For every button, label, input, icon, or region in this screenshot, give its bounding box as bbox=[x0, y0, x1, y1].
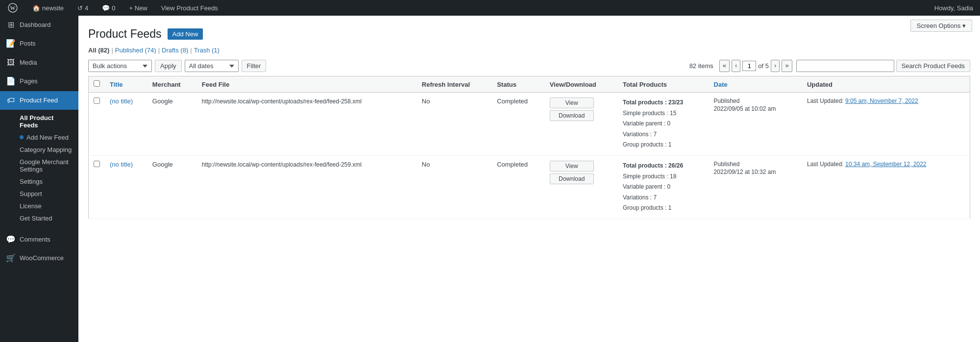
sidebar-item-pages[interactable]: 📄 Pages bbox=[0, 72, 78, 91]
filter-trash-label: Trash bbox=[194, 47, 210, 54]
next-page-button[interactable]: › bbox=[771, 60, 780, 72]
filter-drafts[interactable]: Drafts (8) bbox=[162, 47, 188, 54]
view-button-row2[interactable]: View bbox=[550, 161, 594, 171]
sidebar-item-posts[interactable]: 📝 Posts bbox=[0, 34, 78, 53]
search-button[interactable]: Search Product Feeds bbox=[896, 60, 970, 72]
filter-published[interactable]: Published (74) bbox=[115, 47, 156, 54]
submenu-arrow-icon bbox=[20, 135, 24, 139]
last-page-button[interactable]: » bbox=[782, 60, 792, 72]
apply-button[interactable]: Apply bbox=[155, 60, 182, 72]
date-filter-select[interactable]: All dates bbox=[185, 60, 239, 72]
page-number-input[interactable] bbox=[742, 61, 756, 71]
revisions-item[interactable]: ↺ 4 bbox=[74, 0, 91, 16]
row-merchant: Google bbox=[152, 161, 173, 168]
search-input[interactable] bbox=[796, 60, 894, 72]
submenu-get-started[interactable]: Get Started bbox=[0, 212, 78, 224]
th-view-download-label: View/Download bbox=[550, 81, 596, 88]
submenu-google-merchant[interactable]: Google Merchant Settings bbox=[0, 156, 78, 175]
row-checkbox-cell bbox=[89, 155, 105, 219]
prev-page-button[interactable]: ‹ bbox=[732, 60, 740, 72]
feed-title-link[interactable]: (no title) bbox=[110, 161, 133, 168]
filter-drafts-label: Drafts bbox=[162, 47, 179, 54]
feeds-table: Title Merchant Feed File Refresh Interva… bbox=[88, 76, 970, 219]
submenu-settings[interactable]: Settings bbox=[0, 175, 78, 188]
table-header-row: Title Merchant Feed File Refresh Interva… bbox=[89, 76, 970, 93]
woocommerce-icon: 🛒 bbox=[6, 253, 16, 264]
revisions-count: 4 bbox=[85, 4, 88, 12]
new-item[interactable]: + New bbox=[126, 0, 150, 16]
row-checkbox[interactable] bbox=[94, 161, 100, 167]
wp-logo-item[interactable]: W bbox=[4, 0, 22, 16]
submenu-label: Get Started bbox=[20, 215, 52, 222]
sidebar-item-comments[interactable]: 💬 Comments bbox=[0, 230, 78, 249]
submenu-label: Category Mapping bbox=[20, 146, 72, 153]
updated-value-link[interactable]: 9:05 am, November 7, 2022 bbox=[845, 98, 918, 104]
filter-all[interactable]: All (82) bbox=[88, 47, 109, 54]
submenu-category-mapping[interactable]: Category Mapping bbox=[0, 144, 78, 156]
bulk-actions-select[interactable]: Bulk actions bbox=[88, 60, 152, 72]
date-published: Published bbox=[714, 161, 797, 168]
table-row: (no title) Google http://newsite.local/w… bbox=[89, 93, 970, 156]
row-view-download-cell: View Download bbox=[545, 155, 618, 219]
row-updated-cell: Last Updated: 9:05 am, November 7, 2022 bbox=[802, 93, 970, 156]
updated-value-link[interactable]: 10:34 am, September 12, 2022 bbox=[845, 161, 926, 168]
product-feed-submenu: All Product Feeds Add New Feed Category … bbox=[0, 110, 78, 226]
sidebar-item-woocommerce[interactable]: 🛒 WooCommerce bbox=[0, 249, 78, 268]
submenu-license[interactable]: License bbox=[0, 200, 78, 212]
submenu-label: Add New Feed bbox=[26, 134, 69, 141]
feed-title-link[interactable]: (no title) bbox=[110, 98, 133, 105]
first-page-button[interactable]: « bbox=[719, 60, 730, 72]
site-name-item[interactable]: 🏠 newsite bbox=[29, 0, 67, 16]
total-products-detail: Total products : 23/23 Simple products :… bbox=[623, 98, 704, 150]
th-updated-label: Updated bbox=[807, 81, 833, 88]
filter-button[interactable]: Filter bbox=[242, 60, 267, 72]
sidebar-item-product-feed[interactable]: 🏷 Product Feed bbox=[0, 91, 78, 110]
sidebar-item-label: Pages bbox=[20, 77, 38, 86]
updated-detail: Last Updated: 9:05 am, November 7, 2022 bbox=[807, 98, 965, 104]
date-detail: Published 2022/09/12 at 10:32 am bbox=[714, 161, 797, 175]
row-merchant: Google bbox=[152, 98, 173, 105]
row-status-cell: Completed bbox=[492, 93, 544, 156]
th-checkbox bbox=[89, 76, 105, 93]
table-actions-left: Bulk actions Apply All dates Filter bbox=[88, 60, 266, 72]
table-actions-right: 82 items « ‹ of 5 › » Search Product Fee… bbox=[689, 60, 970, 72]
add-new-button[interactable]: Add New bbox=[168, 28, 203, 40]
sidebar-item-dashboard[interactable]: ⊞ Dashboard bbox=[0, 16, 78, 34]
download-button-row1[interactable]: Download bbox=[550, 110, 594, 121]
posts-icon: 📝 bbox=[6, 38, 16, 49]
row-checkbox[interactable] bbox=[94, 98, 100, 104]
filter-sep-1: | bbox=[111, 47, 113, 54]
sidebar-item-media[interactable]: 🖼 Media bbox=[0, 53, 78, 72]
howdy-item[interactable]: Howdy, Sadia bbox=[931, 0, 976, 16]
row-refresh: No bbox=[422, 98, 430, 105]
filter-published-count: 74 bbox=[147, 47, 154, 54]
select-all-checkbox[interactable] bbox=[94, 80, 100, 87]
dashboard-icon: ⊞ bbox=[6, 20, 16, 30]
th-refresh-interval: Refresh Interval bbox=[417, 76, 492, 93]
view-product-feeds-item[interactable]: View Product Feeds bbox=[158, 0, 221, 16]
view-button-row1[interactable]: View bbox=[550, 98, 594, 108]
filter-trash[interactable]: Trash (1) bbox=[194, 47, 220, 54]
download-button-row2[interactable]: Download bbox=[550, 173, 594, 184]
th-status: Status bbox=[492, 76, 544, 93]
th-refresh-label: Refresh Interval bbox=[422, 81, 470, 88]
date-value: 2022/09/05 at 10:02 am bbox=[714, 105, 797, 112]
row-feed-file-cell: http://newsite.local/wp-content/uploads/… bbox=[197, 155, 417, 219]
th-feed-file: Feed File bbox=[197, 76, 417, 93]
th-date[interactable]: Date bbox=[709, 76, 802, 93]
revisions-icon: ↺ bbox=[77, 4, 83, 12]
screen-options-button[interactable]: Screen Options ▾ bbox=[910, 20, 972, 32]
th-title[interactable]: Title bbox=[105, 76, 147, 93]
howdy-text: Howdy, Sadia bbox=[934, 4, 973, 12]
new-label: + New bbox=[129, 4, 147, 12]
table-actions: Bulk actions Apply All dates Filter 82 i… bbox=[88, 60, 970, 72]
comments-item[interactable]: 💬 0 bbox=[99, 0, 118, 16]
row-status: Completed bbox=[497, 161, 528, 168]
th-merchant: Merchant bbox=[147, 76, 197, 93]
submenu-all-feeds[interactable]: All Product Feeds bbox=[0, 112, 78, 131]
th-date-label: Date bbox=[714, 81, 728, 88]
submenu-label: Settings bbox=[20, 178, 43, 185]
comments-menu-icon: 💬 bbox=[6, 234, 16, 245]
submenu-support[interactable]: Support bbox=[0, 188, 78, 200]
submenu-add-new[interactable]: Add New Feed bbox=[0, 131, 78, 144]
